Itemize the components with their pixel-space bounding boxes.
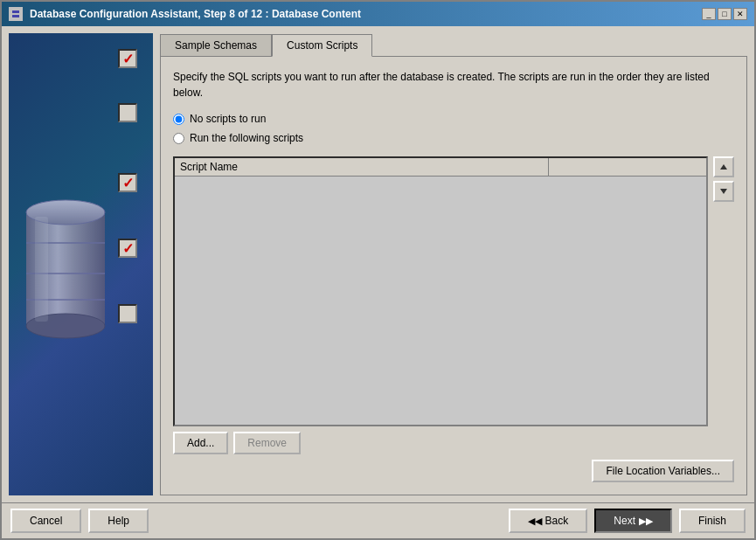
checkbox-2 xyxy=(118,103,137,122)
column-script-name: Script Name xyxy=(175,158,549,176)
main-window: Database Configuration Assistant, Step 8… xyxy=(0,0,756,540)
svg-marker-10 xyxy=(720,164,727,170)
column-other xyxy=(549,158,706,176)
scroll-up-button[interactable] xyxy=(713,156,734,177)
next-arrow-icon: ▶▶ xyxy=(639,516,653,527)
remove-button[interactable]: Remove xyxy=(233,432,301,454)
help-button[interactable]: Help xyxy=(88,509,149,533)
back-arrow-icon: ◀◀ xyxy=(528,516,542,527)
scripts-table-body xyxy=(175,177,706,425)
checkbox-4 xyxy=(118,239,137,258)
maximize-button[interactable]: □ xyxy=(718,8,732,20)
minimize-button[interactable]: _ xyxy=(702,8,716,20)
scroll-down-button[interactable] xyxy=(713,181,734,202)
scripts-table: Script Name xyxy=(173,156,708,426)
footer: Cancel Help ◀◀ Back Next ▶▶ Finish xyxy=(2,502,754,538)
svg-marker-11 xyxy=(720,189,727,194)
footer-right-buttons: ◀◀ Back Next ▶▶ Finish xyxy=(509,509,746,533)
custom-scripts-panel: Specify the SQL scripts you want to run … xyxy=(160,56,747,495)
file-location-button[interactable]: File Location Variables... xyxy=(592,460,734,482)
next-button[interactable]: Next ▶▶ xyxy=(594,509,672,533)
title-bar-left: Database Configuration Assistant, Step 8… xyxy=(9,7,361,21)
left-panel xyxy=(9,33,153,495)
close-button[interactable]: ✕ xyxy=(733,8,747,20)
checkbox-1 xyxy=(118,49,137,68)
file-location-area: File Location Variables... xyxy=(173,460,734,482)
tab-custom-scripts[interactable]: Custom Scripts xyxy=(272,34,372,57)
footer-left-buttons: Cancel Help xyxy=(10,509,149,533)
back-button[interactable]: ◀◀ Back xyxy=(509,509,588,533)
svg-rect-9 xyxy=(35,217,48,322)
radio-run-scripts[interactable]: Run the following scripts xyxy=(173,132,734,144)
finish-button[interactable]: Finish xyxy=(679,509,746,533)
add-button[interactable]: Add... xyxy=(173,432,228,454)
radio-group: No scripts to run Run the following scri… xyxy=(173,113,734,144)
window-controls: _ □ ✕ xyxy=(702,8,747,20)
svg-rect-0 xyxy=(10,9,21,19)
action-buttons: Add... Remove xyxy=(173,432,734,454)
tab-bar: Sample Schemas Custom Scripts xyxy=(160,33,747,56)
app-icon xyxy=(9,7,23,21)
table-header: Script Name xyxy=(175,158,706,177)
database-image xyxy=(17,186,114,343)
radio-no-scripts[interactable]: No scripts to run xyxy=(173,113,734,125)
svg-rect-1 xyxy=(12,10,19,13)
checkbox-3 xyxy=(118,173,137,192)
checkbox-5 xyxy=(118,304,137,323)
description-text: Specify the SQL scripts you want to run … xyxy=(173,69,734,100)
main-content: Sample Schemas Custom Scripts Specify th… xyxy=(2,26,754,502)
window-title: Database Configuration Assistant, Step 8… xyxy=(30,8,361,20)
scroll-controls xyxy=(713,156,734,426)
title-bar: Database Configuration Assistant, Step 8… xyxy=(2,2,754,26)
right-panel: Sample Schemas Custom Scripts Specify th… xyxy=(160,33,747,495)
tab-sample-schemas[interactable]: Sample Schemas xyxy=(160,34,272,57)
cancel-button[interactable]: Cancel xyxy=(10,509,81,533)
svg-rect-2 xyxy=(12,15,19,17)
